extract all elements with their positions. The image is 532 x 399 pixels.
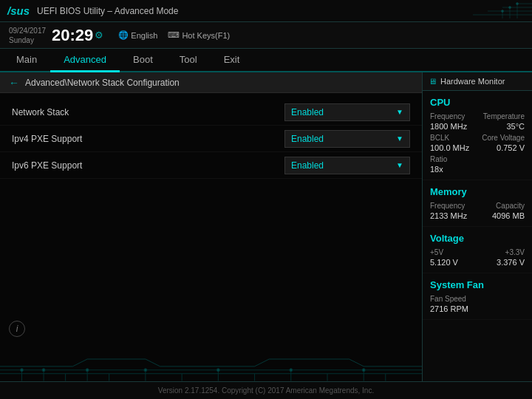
cpu-freq-value-row: 1800 MHz 35°C	[430, 122, 525, 131]
cpu-bclk-value-row: 100.0 MHz 0.752 V	[430, 143, 525, 152]
cpu-bclk-label: BCLK	[430, 134, 449, 142]
nav-item-main[interactable]: Main	[3, 49, 50, 72]
cpu-section: CPU Frequency Temperature 1800 MHz 35°C …	[423, 91, 532, 180]
ipv4-pxe-label: Ipv4 PXE Support	[12, 134, 284, 144]
dropdown-arrow-2: ▼	[396, 134, 403, 143]
hw-monitor-header: 🖥 Hardware Monitor	[423, 72, 532, 91]
svg-line-35	[146, 359, 160, 366]
cpu-section-title: CPU	[430, 97, 525, 108]
svg-point-31	[362, 369, 365, 372]
nav-item-tool[interactable]: Tool	[166, 49, 211, 72]
ipv6-pxe-label: Ipv6 PXE Support	[12, 160, 284, 171]
cpu-temp-label: Temperature	[483, 112, 525, 120]
globe-icon: 🌐	[118, 30, 129, 40]
network-stack-dropdown[interactable]: Enabled ▼	[284, 103, 410, 121]
svg-point-26	[42, 369, 45, 372]
cpu-freq-value: 1800 MHz	[430, 122, 467, 131]
mem-freq-value: 2133 MHz	[430, 211, 467, 220]
svg-point-27	[86, 369, 89, 372]
asus-logo: /sus	[7, 4, 30, 17]
gear-icon[interactable]: ⚙	[95, 30, 103, 41]
ipv4-pxe-row: Ipv4 PXE Support Enabled ▼	[0, 126, 422, 152]
date-display: 09/24/2017 Sunday	[9, 26, 46, 45]
svg-line-39	[349, 359, 364, 366]
cpu-ratio-label: Ratio	[430, 155, 525, 163]
cpu-bclk-row: BCLK Core Voltage	[430, 134, 525, 142]
datetime-bar: 09/24/2017 Sunday 20:29 ⚙ 🌐 English ⌨ Ho…	[0, 22, 532, 49]
nav-item-exit[interactable]: Exit	[211, 49, 253, 72]
memory-section: Memory Frequency Capacity 2133 MHz 4096 …	[423, 180, 532, 227]
voltage-section: Voltage +5V +3.3V 5.120 V 3.376 V	[423, 227, 532, 273]
left-panel: ← Advanced\Network Stack Configuration N…	[0, 72, 423, 381]
network-stack-row: Network Stack Enabled ▼	[0, 99, 422, 126]
hw-monitor-title: Hardware Monitor	[440, 77, 505, 86]
svg-line-33	[72, 359, 87, 366]
hotkeys-button[interactable]: ⌨ Hot Keys(F1)	[168, 30, 230, 40]
v5-value: 5.120 V	[430, 258, 458, 267]
bios-title: UEFI BIOS Utility – Advanced Mode	[37, 6, 178, 16]
memory-section-title: Memory	[430, 186, 525, 197]
voltage-values-row: 5.120 V 3.376 V	[430, 258, 525, 267]
svg-point-25	[21, 369, 24, 372]
cpu-core-volt-label: Core Voltage	[482, 134, 525, 142]
monitor-icon: 🖥	[429, 77, 437, 86]
info-icon-area: i	[9, 321, 25, 337]
settings-content: Network Stack Enabled ▼ Ipv4 PXE Support…	[0, 93, 422, 185]
cpu-freq-label: Frequency	[430, 112, 465, 120]
svg-point-28	[144, 369, 147, 372]
main-area: ← Advanced\Network Stack Configuration N…	[0, 72, 532, 381]
topbar: /sus UEFI BIOS Utility – Advanced Mode	[0, 0, 532, 22]
v33-label: +3.3V	[505, 248, 525, 256]
footer-text: Version 2.17.1254. Copyright (C) 2017 Am…	[158, 386, 374, 395]
svg-point-9	[502, 10, 504, 13]
svg-point-8	[509, 7, 511, 9]
time-display: 20:29	[52, 26, 93, 45]
bottom-circuit-decoration	[0, 337, 422, 381]
breadcrumb: ← Advanced\Network Stack Configuration	[0, 72, 422, 93]
dropdown-arrow-3: ▼	[396, 161, 403, 169]
footer: Version 2.17.1254. Copyright (C) 2017 Am…	[0, 381, 532, 399]
v5-label: +5V	[430, 248, 443, 256]
cpu-temp-value: 35°C	[506, 122, 525, 131]
cpu-ratio-value: 18x	[430, 165, 525, 174]
svg-point-29	[216, 369, 219, 372]
cpu-bclk-value: 100.0 MHz	[430, 143, 469, 152]
voltage-labels-row: +5V +3.3V	[430, 248, 525, 256]
mem-freq-label: Frequency	[430, 202, 465, 210]
mem-cap-value: 4096 MB	[492, 211, 525, 220]
svg-line-37	[255, 359, 270, 366]
voltage-section-title: Voltage	[430, 233, 525, 244]
dropdown-arrow-1: ▼	[396, 108, 403, 116]
keyboard-icon: ⌨	[168, 30, 180, 40]
mem-freq-value-row: 2133 MHz 4096 MB	[430, 211, 525, 220]
cpu-freq-row: Frequency Temperature	[430, 112, 525, 120]
language-label: English	[131, 31, 157, 40]
nav-menu: Main Advanced Boot Tool Exit	[0, 49, 532, 72]
cpu-core-volt-value: 0.752 V	[497, 143, 525, 152]
nav-item-boot[interactable]: Boot	[120, 49, 166, 72]
svg-point-7	[516, 3, 519, 5]
ipv6-pxe-dropdown[interactable]: Enabled ▼	[284, 157, 410, 174]
nav-item-advanced[interactable]: Advanced	[50, 49, 120, 72]
back-arrow-icon[interactable]: ←	[9, 77, 19, 89]
fan-speed-label: Fan Speed	[430, 295, 525, 303]
info-circle-icon: i	[9, 321, 25, 337]
fan-speed-value: 2716 RPM	[430, 304, 525, 313]
mem-freq-row: Frequency Capacity	[430, 202, 525, 210]
svg-point-30	[290, 369, 293, 372]
ipv6-pxe-row: Ipv6 PXE Support Enabled ▼	[0, 152, 422, 179]
hardware-monitor-panel: 🖥 Hardware Monitor CPU Frequency Tempera…	[423, 72, 532, 381]
mem-cap-label: Capacity	[496, 202, 525, 210]
ipv4-pxe-dropdown[interactable]: Enabled ▼	[284, 130, 410, 148]
hotkeys-label: Hot Keys(F1)	[182, 31, 230, 40]
v33-value: 3.376 V	[497, 258, 525, 267]
breadcrumb-path: Advanced\Network Stack Configuration	[25, 78, 180, 88]
system-fan-title: System Fan	[430, 279, 525, 290]
network-stack-label: Network Stack	[12, 107, 284, 117]
system-fan-section: System Fan Fan Speed 2716 RPM	[423, 273, 532, 320]
language-button[interactable]: 🌐 English	[118, 30, 157, 40]
